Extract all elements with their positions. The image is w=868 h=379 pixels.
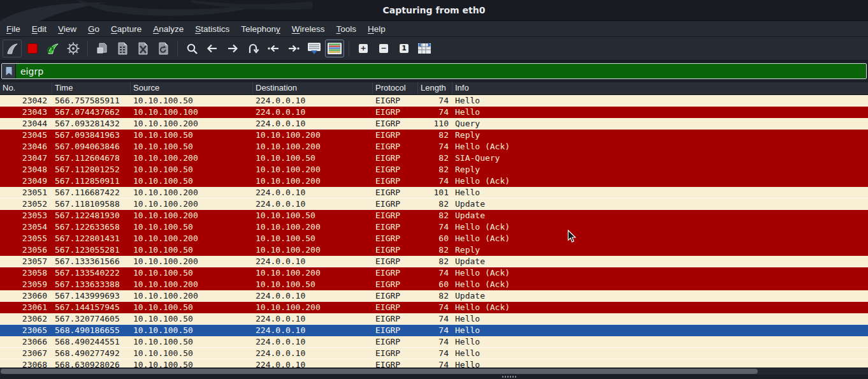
go-back-button[interactable] <box>203 40 222 57</box>
packet-row-23048[interactable]: 23048567.11280125210.10.100.5010.10.100.… <box>0 164 868 175</box>
packet-row-23059[interactable]: 23059567.13363338810.10.100.20010.10.100… <box>0 279 868 290</box>
filter-bookmark-button[interactable] <box>2 64 16 78</box>
packet-row-23056[interactable]: 23056567.12305528110.10.100.5010.10.100.… <box>0 244 868 256</box>
packet-row-23058[interactable]: 23058567.13354022210.10.100.5010.10.100.… <box>0 267 868 279</box>
cell-info: Hello <box>452 325 868 336</box>
packet-row-23045[interactable]: 23045567.09384196310.10.100.5010.10.100.… <box>0 130 868 141</box>
cell-time: 568.490186655 <box>52 325 131 336</box>
column-header-length[interactable]: Length <box>418 82 452 94</box>
menu-capture[interactable]: Capture <box>105 24 147 34</box>
reload-file-button[interactable] <box>154 40 173 57</box>
cell-info: Hello <box>452 313 868 325</box>
packet-row-23047[interactable]: 23047567.11260467810.10.100.20010.10.100… <box>0 152 868 164</box>
menu-statistics[interactable]: Statistics <box>189 24 235 34</box>
column-header-source[interactable]: Source <box>131 82 253 94</box>
packet-row-23057[interactable]: 23057567.13336156610.10.100.200224.0.0.1… <box>0 256 868 267</box>
packet-row-23061[interactable]: 23061567.14415794510.10.100.5010.10.100.… <box>0 302 868 313</box>
auto-scroll-button[interactable] <box>305 40 324 57</box>
packet-row-23053[interactable]: 23053567.12248193010.10.100.20010.10.100… <box>0 210 868 221</box>
cell-destination: 224.0.0.10 <box>253 290 373 302</box>
packet-row-23051[interactable]: 23051567.11668742210.10.100.200224.0.0.1… <box>0 187 868 198</box>
cell-source: 10.10.100.50 <box>131 130 253 141</box>
packet-row-23044[interactable]: 23044567.09328143210.10.100.200224.0.0.1… <box>0 118 868 130</box>
start-capture-button[interactable] <box>3 40 22 57</box>
restart-capture-button[interactable] <box>43 40 62 57</box>
zoom-out-button[interactable]: − <box>374 40 393 57</box>
stop-capture-button[interactable] <box>23 40 42 57</box>
cell-info: Hello (Ack) <box>452 141 868 152</box>
column-header-destination[interactable]: Destination <box>253 82 373 94</box>
cell-no: 23042 <box>0 95 52 107</box>
menu-tools[interactable]: Tools <box>331 24 363 34</box>
go-forward-button[interactable] <box>223 40 242 57</box>
menu-wireless[interactable]: Wireless <box>286 24 331 34</box>
cell-info: Reply <box>452 130 868 141</box>
column-header-info[interactable]: Info <box>452 82 868 94</box>
column-header-protocol[interactable]: Protocol <box>373 82 418 94</box>
packet-row-23054[interactable]: 23054567.12263365810.10.100.5010.10.100.… <box>0 221 868 233</box>
menu-analyze[interactable]: Analyze <box>147 24 189 34</box>
cell-destination: 10.10.100.200 <box>253 175 373 187</box>
cell-source: 10.10.100.50 <box>131 175 253 187</box>
cell-source: 10.10.100.50 <box>131 141 253 152</box>
cell-no: 23055 <box>0 233 52 244</box>
cell-destination: 10.10.100.200 <box>253 221 373 233</box>
cell-length: 82 <box>418 256 452 267</box>
open-file-icon <box>96 42 108 55</box>
packet-row-23065[interactable]: 23065568.49018665510.10.100.50224.0.0.10… <box>0 325 868 336</box>
go-last-packet-button[interactable] <box>284 40 303 57</box>
horizontal-scrollbar[interactable] <box>0 368 868 375</box>
cell-time: 567.112850911 <box>52 175 131 187</box>
cell-time: 566.757585911 <box>52 95 131 107</box>
close-file-button[interactable] <box>133 40 152 57</box>
colorize-icon <box>327 42 342 55</box>
menu-edit[interactable]: Edit <box>26 24 52 34</box>
find-packet-button[interactable] <box>182 40 201 57</box>
pane-splitter[interactable] <box>0 375 868 379</box>
menu-help[interactable]: Help <box>362 24 391 34</box>
cell-time: 567.112801252 <box>52 164 131 175</box>
packet-row-23042[interactable]: 23042566.75758591110.10.100.50224.0.0.10… <box>0 95 868 107</box>
cell-info: Hello <box>452 95 868 107</box>
cell-source: 10.10.100.50 <box>131 336 253 348</box>
arrow-right-icon <box>226 43 239 54</box>
open-file-button[interactable] <box>92 40 112 57</box>
bookmark-icon <box>5 66 13 76</box>
menu-view[interactable]: View <box>52 24 82 34</box>
cell-info: Hello (Ack) <box>452 267 868 279</box>
cell-no: 23046 <box>0 141 52 152</box>
cell-source: 10.10.100.50 <box>131 325 253 336</box>
go-to-packet-button[interactable] <box>243 40 263 57</box>
packet-row-23043[interactable]: 23043567.07443766210.10.100.100224.0.0.1… <box>0 107 868 118</box>
colorize-packets-button[interactable] <box>325 40 344 57</box>
cell-time: 567.133540222 <box>52 267 131 279</box>
cell-time: 567.093841963 <box>52 130 131 141</box>
menu-telephony[interactable]: Telephony <box>235 24 286 34</box>
zoom-in-button[interactable]: + <box>354 40 373 57</box>
resize-columns-button[interactable] <box>415 40 434 57</box>
menu-go[interactable]: Go <box>82 24 105 34</box>
cell-protocol: EIGRP <box>373 348 418 359</box>
menu-file[interactable]: File <box>1 24 26 34</box>
column-header-time[interactable]: Time <box>52 82 131 94</box>
packet-row-23055[interactable]: 23055567.12280143110.10.100.20010.10.100… <box>0 233 868 244</box>
scrollbar-thumb[interactable] <box>1 369 758 374</box>
capture-options-button[interactable] <box>64 40 83 57</box>
packet-row-23062[interactable]: 23062567.32077460510.10.100.50224.0.0.10… <box>0 313 868 325</box>
cell-length: 74 <box>418 267 452 279</box>
packet-row-23066[interactable]: 23066568.49024455110.10.100.50224.0.0.10… <box>0 336 868 348</box>
go-first-packet-button[interactable] <box>264 40 283 57</box>
normal-size-button[interactable]: 1 <box>394 40 414 57</box>
packet-row-23067[interactable]: 23067568.49027749210.10.100.50224.0.0.10… <box>0 348 868 359</box>
packet-row-23052[interactable]: 23052567.11810958810.10.100.200224.0.0.1… <box>0 198 868 210</box>
packet-row-23060[interactable]: 23060567.14399969310.10.100.200224.0.0.1… <box>0 290 868 302</box>
toolbar-separator <box>177 41 178 56</box>
display-filter-input[interactable]: eigrp <box>1 63 867 79</box>
save-file-button[interactable] <box>113 40 132 57</box>
packet-row-23049[interactable]: 23049567.11285091110.10.100.5010.10.100.… <box>0 175 868 187</box>
column-header-no[interactable]: No. <box>0 82 52 94</box>
cell-source: 10.10.100.200 <box>131 210 253 221</box>
cell-info: Update <box>452 210 868 221</box>
packet-row-23046[interactable]: 23046567.09406384610.10.100.5010.10.100.… <box>0 141 868 152</box>
cell-info: Hello (Ack) <box>452 302 868 313</box>
